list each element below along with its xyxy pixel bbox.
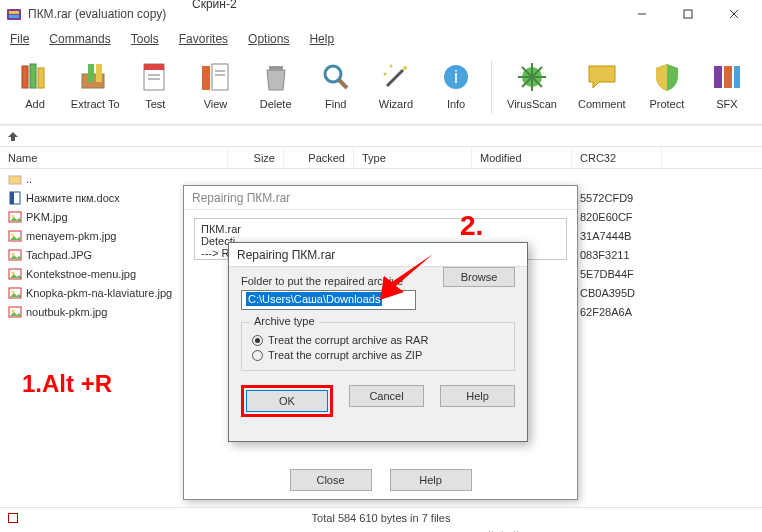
svg-rect-21 [269,66,283,70]
up-arrow-icon[interactable] [6,129,20,143]
file-crc: 5572CFD9 [572,192,662,204]
annotation-step2: 2. [460,210,483,242]
menu-file[interactable]: File [2,30,37,48]
toolbar-find[interactable]: Find [307,56,365,120]
menu-commands[interactable]: Commands [41,30,118,48]
view-icon [198,60,232,94]
svg-point-25 [403,66,407,70]
file-name: Нажмите пкм.docx [26,192,120,204]
toolbar-delete[interactable]: Delete [247,56,305,120]
toolbar: Add Extract To Test View Delete Find Wiz… [0,50,762,125]
col-type[interactable]: Type [354,147,472,168]
dialog-repair-options: Repairing ПКМ.rar Browse Folder to put t… [228,242,528,442]
toolbar-label: Info [447,98,465,110]
svg-rect-40 [10,192,14,204]
comment-icon [585,60,619,94]
dialog-title: Repairing ПКМ.rar [184,186,577,210]
browse-button[interactable]: Browse [443,267,515,287]
file-crc: 5E7DB44F [572,268,662,280]
status-text: Total 584 610 bytes in 7 files [312,512,451,524]
menu-favorites[interactable]: Favorites [171,30,236,48]
menu-options[interactable]: Options [240,30,297,48]
svg-line-24 [387,70,403,86]
svg-rect-2 [9,15,19,18]
svg-rect-12 [96,64,102,82]
file-crc: 62F28A6A [572,306,662,318]
svg-rect-17 [202,66,210,90]
radio-icon [252,350,263,361]
close-button[interactable] [712,1,756,27]
list-header[interactable]: Name Size Packed Type Modified CRC32 [0,147,762,169]
maximize-button[interactable] [666,1,710,27]
archive-type-group: Archive type Treat the corrupt archive a… [241,322,515,371]
svg-rect-11 [88,64,94,82]
toolbar-info[interactable]: iInfo [427,56,485,120]
svg-rect-18 [212,64,228,90]
help-button[interactable]: Help [390,469,472,491]
toolbar-wizard[interactable]: Wizard [367,56,425,120]
file-icon [8,286,22,300]
toolbar-virusscan[interactable]: VirusScan [498,56,566,120]
test-icon [138,60,172,94]
ok-button[interactable]: OK [246,390,328,412]
svg-rect-19 [215,70,225,72]
extract-icon [78,60,112,94]
toolbar-comment[interactable]: Comment [568,56,636,120]
menu-help[interactable]: Help [301,30,342,48]
books-icon [18,60,52,94]
menubar: File Commands Tools Favorites Options He… [0,28,762,50]
svg-point-26 [389,65,392,68]
close-button[interactable]: Close [290,469,372,491]
toolbar-label: Delete [260,98,292,110]
col-modified[interactable]: Modified [472,147,572,168]
toolbar-view[interactable]: View [186,56,244,120]
external-tab-label: Скрин-2 [192,0,237,11]
find-icon [319,60,353,94]
file-name: Knopka-pkm-na-klaviature.jpg [26,287,172,299]
folder-input[interactable]: C:\Users\Саша\Downloads [241,290,416,310]
toolbar-label: Add [25,98,45,110]
svg-point-27 [383,73,386,76]
col-name[interactable]: Name [0,147,228,168]
file-icon [8,229,22,243]
radio-rar[interactable]: Treat the corrupt archive as RAR [252,334,504,346]
toolbar-label: Protect [649,98,684,110]
toolbar-label: Find [325,98,346,110]
svg-rect-14 [144,64,164,70]
file-name: PKM.jpg [26,211,68,223]
info-icon: i [439,60,473,94]
file-icon [8,191,22,205]
col-size[interactable]: Size [228,147,284,168]
radio-zip[interactable]: Treat the corrupt archive as ZIP [252,349,504,361]
file-name: noutbuk-pkm.jpg [26,306,107,318]
ok-highlight: OK [241,385,333,417]
toolbar-protect[interactable]: Protect [638,56,696,120]
svg-rect-4 [684,10,692,18]
col-crc[interactable]: CRC32 [572,147,662,168]
statusbar: Total 584 610 bytes in 7 files [0,507,762,527]
wand-icon [379,60,413,94]
toolbar-separator [491,60,492,114]
menu-tools[interactable]: Tools [123,30,167,48]
svg-rect-0 [7,9,21,20]
toolbar-add[interactable]: Add [6,56,64,120]
window-title: ПКМ.rar (evaluation copy) [28,7,620,21]
svg-point-50 [12,290,15,293]
file-icon [8,172,22,186]
svg-rect-37 [734,66,740,88]
cancel-button[interactable]: Cancel [349,385,424,407]
svg-point-48 [12,271,15,274]
file-name: menayem-pkm.jpg [26,230,116,242]
col-packed[interactable]: Packed [284,147,354,168]
dialog-title: Repairing ПКМ.rar [229,243,527,267]
svg-text:i: i [454,67,458,87]
file-name: .. [26,173,32,185]
help-button[interactable]: Help [440,385,515,407]
toolbar-extract[interactable]: Extract To [66,56,124,120]
pathbar[interactable] [0,125,762,147]
svg-rect-36 [724,66,732,88]
toolbar-label: VirusScan [507,98,557,110]
toolbar-test[interactable]: Test [126,56,184,120]
minimize-button[interactable] [620,1,664,27]
toolbar-sfx[interactable]: SFX [698,56,756,120]
